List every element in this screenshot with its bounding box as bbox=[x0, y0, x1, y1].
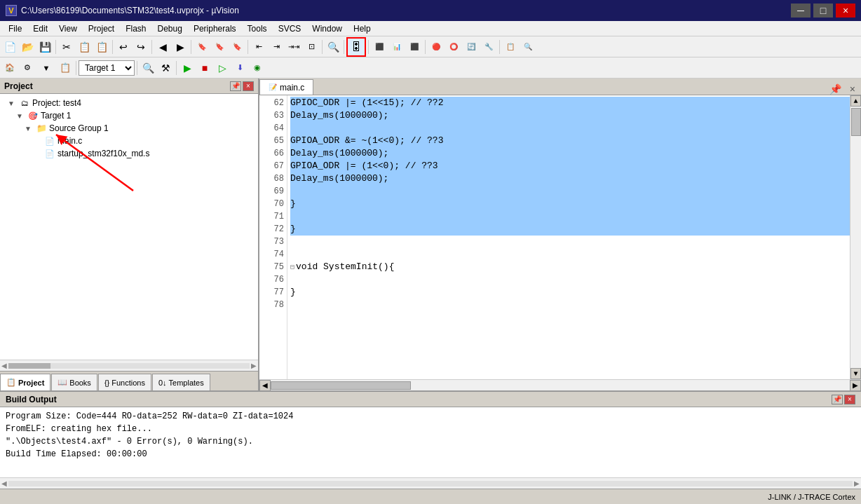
toolbar-btn-g[interactable]: 🔧 bbox=[480, 39, 497, 55]
menu-file[interactable]: File bbox=[3, 22, 27, 35]
build-panel-close[interactable]: × bbox=[844, 395, 855, 404]
toolbar-bookmark3[interactable]: 🔖 bbox=[229, 39, 245, 55]
toolbar2-build[interactable]: 📋 bbox=[57, 60, 74, 76]
toolbar-btn-a[interactable]: ⬛ bbox=[371, 39, 388, 55]
project-root-label: Project: test4 bbox=[32, 98, 81, 108]
toolbar-open[interactable]: 📂 bbox=[19, 39, 36, 55]
toolbar-new[interactable]: 📄 bbox=[1, 39, 18, 55]
toolbar-target-options[interactable]: 🎛 bbox=[346, 37, 366, 57]
toolbar-indent-left[interactable]: ⇤ bbox=[250, 39, 267, 55]
tree-item-project-root[interactable]: ▼ 🗂 Project: test4 bbox=[0, 97, 258, 109]
toolbar-bookmark2[interactable]: 🔖 bbox=[211, 39, 228, 55]
toolbar-undo[interactable]: ↩ bbox=[115, 39, 132, 55]
tab-templates[interactable]: 0↓ Templates bbox=[152, 374, 210, 390]
code-close-btn[interactable]: × bbox=[847, 83, 858, 95]
toolbar-btn-f[interactable]: 🔄 bbox=[463, 39, 480, 55]
menu-view[interactable]: View bbox=[53, 22, 83, 35]
toolbar2-target-options-btn[interactable]: ▼ bbox=[36, 60, 56, 76]
toolbar-btn-e[interactable]: ⭕ bbox=[445, 39, 462, 55]
menu-peripherals[interactable]: Peripherals bbox=[188, 22, 242, 35]
fold-icon[interactable]: ⊟ bbox=[290, 264, 294, 271]
build-line-0: Program Size: Code=444 RO-data=252 RW-da… bbox=[6, 410, 855, 423]
code-content[interactable]: GPIOC_ODR |= (1<<15); // ??2 Delay_ms(10… bbox=[287, 95, 850, 379]
code-line-75: ⊟void SystemInit(){ bbox=[290, 261, 850, 273]
mainc-label: main.c bbox=[57, 136, 82, 146]
toolbar2-btn3[interactable]: 🔍 bbox=[140, 60, 156, 76]
panel-close-btn[interactable]: × bbox=[243, 81, 254, 91]
horizontal-scrollbar[interactable]: ◀ ▶ bbox=[259, 379, 861, 390]
tree-item-source-group[interactable]: ▼ 📁 Source Group 1 bbox=[0, 122, 258, 135]
tree-item-startup[interactable]: 📄 startup_stm32f10x_md.s bbox=[0, 147, 258, 160]
toolbar-save[interactable]: 💾 bbox=[36, 39, 53, 55]
toolbar-indent3[interactable]: ⇥⇥ bbox=[285, 39, 302, 55]
tab-project[interactable]: 📋 Project bbox=[0, 374, 50, 390]
window-title: C:\Users\86199\Documents\STM32\test4.uvp… bbox=[21, 6, 239, 15]
toolbar2-btn4[interactable]: ⚒ bbox=[157, 60, 174, 76]
menu-window[interactable]: Window bbox=[306, 22, 348, 35]
h-scroll-track[interactable] bbox=[271, 380, 850, 390]
toolbar-bookmark1[interactable]: 🔖 bbox=[194, 39, 210, 55]
vertical-scrollbar[interactable]: ▲ ▼ bbox=[850, 95, 861, 379]
menu-help[interactable]: Help bbox=[348, 22, 377, 35]
scroll-up-arrow[interactable]: ▲ bbox=[850, 95, 861, 107]
toolbar-indent-right[interactable]: ⇥ bbox=[268, 39, 285, 55]
toolbar2-debug-start[interactable]: ▷ bbox=[214, 60, 231, 76]
toolbar2-btn2[interactable]: ⚙ bbox=[19, 60, 36, 76]
scroll-down-arrow[interactable]: ▼ bbox=[850, 368, 861, 379]
toolbar2-download[interactable]: ⬇ bbox=[231, 60, 248, 76]
scroll-track[interactable] bbox=[850, 107, 861, 368]
menu-debug[interactable]: Debug bbox=[152, 22, 188, 35]
sep-6 bbox=[322, 40, 323, 54]
expand-icon-group: ▼ bbox=[22, 123, 34, 134]
build-panel-pin[interactable]: 📌 bbox=[832, 395, 843, 404]
toolbar-copy[interactable]: 📋 bbox=[76, 39, 93, 55]
project-hscrollbar[interactable]: ◀ ▶ bbox=[0, 360, 258, 371]
toolbar2-btn1[interactable]: 🏠 bbox=[1, 60, 18, 76]
toolbar-btn-d[interactable]: 🔴 bbox=[428, 39, 445, 55]
menu-project[interactable]: Project bbox=[83, 22, 120, 35]
minimize-button[interactable]: ─ bbox=[791, 4, 811, 18]
scroll-thumb[interactable] bbox=[851, 108, 861, 136]
h-scroll-left[interactable]: ◀ bbox=[259, 380, 271, 391]
project-icon: 🗂 bbox=[19, 97, 30, 109]
tree-item-mainc[interactable]: 📄 main.c bbox=[0, 135, 258, 147]
tab-books[interactable]: 📖 Books bbox=[51, 374, 97, 390]
build-output-title: Build Output bbox=[6, 395, 57, 404]
toolbar-format[interactable]: ⊡ bbox=[303, 39, 320, 55]
target-select[interactable]: Target 1 bbox=[79, 60, 135, 76]
h-scroll-thumb[interactable] bbox=[271, 381, 411, 390]
toolbar2-run[interactable]: ▶ bbox=[179, 60, 196, 76]
restore-button[interactable]: □ bbox=[813, 4, 833, 18]
toolbar-redo[interactable]: ↪ bbox=[133, 39, 149, 55]
menu-tools[interactable]: Tools bbox=[242, 22, 273, 35]
code-tab-label: main.c bbox=[280, 83, 304, 93]
toolbar-back[interactable]: ◀ bbox=[154, 39, 171, 55]
toolbar-cut[interactable]: ✂ bbox=[58, 39, 75, 55]
toolbar-btn-b[interactable]: 📊 bbox=[388, 39, 405, 55]
toolbar-btn-i[interactable]: 🔍 bbox=[520, 39, 536, 55]
toolbar-btn-c[interactable]: ⬛ bbox=[406, 39, 423, 55]
toolbar-btn-h[interactable]: 📋 bbox=[502, 39, 519, 55]
title-bar: V C:\Users\86199\Documents\STM32\test4.u… bbox=[0, 0, 861, 21]
menu-edit[interactable]: Edit bbox=[27, 22, 53, 35]
h-scroll-right[interactable]: ▶ bbox=[850, 380, 861, 391]
toolbar2-btn5[interactable]: ◉ bbox=[249, 60, 266, 76]
close-button[interactable]: × bbox=[836, 4, 855, 18]
toolbar-forward[interactable]: ▶ bbox=[172, 39, 189, 55]
code-line-67: GPIOA_ODR |= (1<<0); // ??3 bbox=[290, 160, 850, 172]
build-line-2: ".\Objects\test4.axf" - 0 Error(s), 0 Wa… bbox=[6, 435, 855, 448]
tree-item-target1[interactable]: ▼ 🎯 Target 1 bbox=[0, 109, 258, 122]
menu-flash[interactable]: Flash bbox=[120, 22, 151, 35]
code-tab-mainc[interactable]: 📝 main.c bbox=[259, 79, 313, 95]
sep-10 bbox=[499, 40, 500, 54]
build-line-3: Build Time Elapsed: 00:00:00 bbox=[6, 448, 855, 461]
toolbar-find[interactable]: 🔍 bbox=[325, 39, 341, 55]
panel-pin-btn[interactable]: 📌 bbox=[230, 81, 241, 91]
build-hscrollbar[interactable]: ◀ ▶ bbox=[0, 477, 861, 489]
toolbar2-stop[interactable]: ■ bbox=[196, 60, 213, 76]
code-pin-btn[interactable]: 📌 bbox=[827, 83, 844, 95]
toolbar-paste[interactable]: 📋 bbox=[93, 39, 110, 55]
tab-functions[interactable]: {} Functions bbox=[98, 374, 151, 390]
file-icon-mainc: 📄 bbox=[44, 135, 55, 147]
menu-svcs[interactable]: SVCS bbox=[273, 22, 307, 35]
